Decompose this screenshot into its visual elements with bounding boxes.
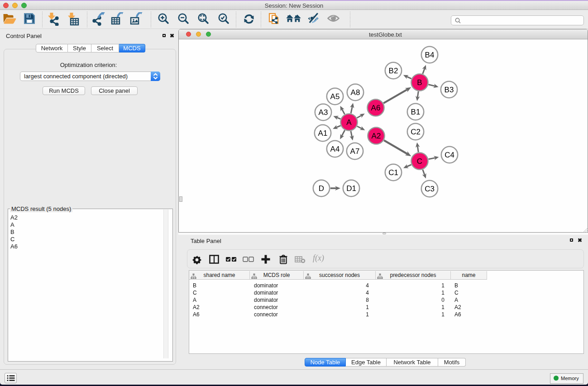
svg-text:C: C bbox=[417, 157, 422, 166]
svg-text:A8: A8 bbox=[351, 88, 360, 97]
svg-text:A1: A1 bbox=[318, 129, 328, 138]
svg-text:B1: B1 bbox=[411, 108, 421, 116]
svg-text:C3: C3 bbox=[425, 185, 435, 193]
svg-text:A7: A7 bbox=[350, 147, 360, 156]
svg-text:A4: A4 bbox=[330, 145, 340, 153]
svg-text:B: B bbox=[417, 78, 422, 87]
svg-text:A: A bbox=[346, 118, 352, 127]
svg-text:C1: C1 bbox=[388, 168, 398, 177]
svg-text:B3: B3 bbox=[445, 86, 454, 94]
svg-text:A3: A3 bbox=[319, 108, 328, 117]
svg-text:D1: D1 bbox=[346, 184, 356, 193]
svg-text:A2: A2 bbox=[372, 132, 381, 140]
svg-text:A5: A5 bbox=[330, 92, 340, 101]
svg-text:C2: C2 bbox=[411, 128, 421, 136]
svg-text:B2: B2 bbox=[389, 67, 398, 75]
svg-text:A6: A6 bbox=[371, 104, 381, 112]
svg-text:D: D bbox=[319, 184, 324, 193]
svg-text:B4: B4 bbox=[425, 51, 435, 59]
svg-text:C4: C4 bbox=[445, 151, 454, 159]
